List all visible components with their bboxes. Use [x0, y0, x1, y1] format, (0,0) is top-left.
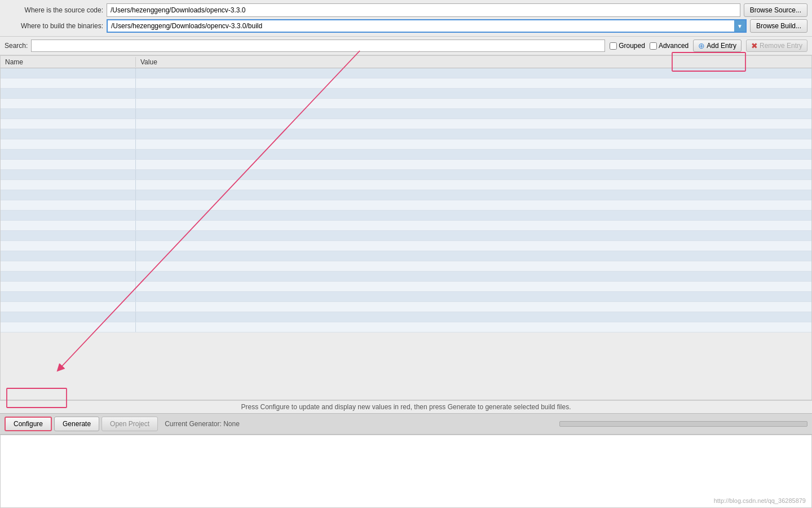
browse-source-button[interactable]: Browse Source...	[744, 3, 807, 17]
table-header-value: Value	[136, 57, 811, 67]
table-cell-name	[1, 211, 136, 220]
table-row[interactable]	[1, 312, 811, 322]
remove-entry-button[interactable]: ✖ Remove Entry	[746, 40, 807, 52]
build-path-input[interactable]	[107, 19, 734, 33]
open-project-button[interactable]: Open Project	[102, 417, 158, 431]
table-section: Name Value	[0, 55, 812, 400]
table-cell-value	[136, 271, 811, 281]
main-container: Where is the source code: Browse Source.…	[0, 0, 812, 508]
table-cell-value	[136, 312, 811, 322]
table-cell-name	[1, 78, 136, 88]
current-generator-text: Current Generator: None	[165, 420, 240, 428]
table-row[interactable]	[1, 139, 811, 150]
table-row[interactable]	[1, 89, 811, 99]
search-section: Search: Grouped Advanced ⊕ Add Entry ✖ R…	[0, 37, 812, 55]
search-label: Search:	[5, 42, 28, 50]
table-cell-value	[136, 150, 811, 159]
table-cell-value	[136, 251, 811, 261]
table-cell-name	[1, 139, 136, 149]
table-cell-value	[136, 170, 811, 179]
table-row[interactable]	[1, 302, 811, 312]
table-cell-name	[1, 312, 136, 322]
output-area: http://blog.csdn.net/qq_36285879	[0, 435, 812, 508]
table-row[interactable]	[1, 200, 811, 211]
grouped-checkbox-label[interactable]: Grouped	[610, 42, 645, 50]
table-row[interactable]	[1, 261, 811, 271]
table-row[interactable]	[1, 119, 811, 129]
table-cell-value	[136, 109, 811, 119]
table-cell-name	[1, 180, 136, 190]
table-cell-name	[1, 322, 136, 332]
table-row[interactable]	[1, 180, 811, 190]
table-cell-name	[1, 271, 136, 281]
add-entry-button[interactable]: ⊕ Add Entry	[693, 40, 742, 52]
browse-build-button[interactable]: Browse Build...	[750, 19, 807, 33]
table-row[interactable]	[1, 160, 811, 170]
table-cell-name	[1, 190, 136, 200]
generate-button[interactable]: Generate	[54, 417, 99, 431]
table-cell-name	[1, 231, 136, 240]
table-cell-value	[136, 180, 811, 190]
table-cell-value	[136, 190, 811, 200]
table-cell-name	[1, 150, 136, 159]
table-cell-name	[1, 251, 136, 261]
advanced-checkbox-label[interactable]: Advanced	[650, 42, 689, 50]
table-row[interactable]	[1, 231, 811, 241]
build-path-label: Where to build the binaries:	[5, 22, 103, 30]
table-cell-value	[136, 292, 811, 301]
table-cell-name	[1, 119, 136, 129]
table-row[interactable]	[1, 211, 811, 221]
grouped-checkbox[interactable]	[610, 42, 617, 50]
table-cell-value	[136, 99, 811, 108]
table-row[interactable]	[1, 129, 811, 139]
remove-entry-label: Remove Entry	[760, 42, 802, 50]
add-icon: ⊕	[698, 42, 705, 50]
build-path-dropdown-button[interactable]: ▼	[734, 19, 747, 33]
table-cell-name	[1, 241, 136, 251]
build-path-row: Where to build the binaries: ▼ Browse Bu…	[5, 19, 807, 33]
table-row[interactable]	[1, 251, 811, 261]
table-cell-value	[136, 211, 811, 220]
table-cell-name	[1, 129, 136, 139]
grouped-label: Grouped	[619, 42, 645, 50]
advanced-checkbox[interactable]	[650, 42, 657, 50]
path-section: Where is the source code: Browse Source.…	[0, 0, 812, 37]
table-cell-value	[136, 200, 811, 210]
source-path-row: Where is the source code: Browse Source.…	[5, 3, 807, 17]
table-cell-value	[136, 68, 811, 78]
remove-icon: ✖	[751, 42, 758, 50]
table-row[interactable]	[1, 221, 811, 231]
search-options: Grouped Advanced ⊕ Add Entry ✖ Remove En…	[610, 40, 807, 52]
table-cell-name	[1, 68, 136, 78]
table-cell-value	[136, 241, 811, 251]
table-cell-value	[136, 129, 811, 139]
table-row[interactable]	[1, 292, 811, 302]
table-cell-value	[136, 261, 811, 271]
table-row[interactable]	[1, 271, 811, 282]
table-cell-name	[1, 292, 136, 301]
table-row[interactable]	[1, 68, 811, 78]
table-row[interactable]	[1, 109, 811, 119]
table-row[interactable]	[1, 78, 811, 89]
table-cell-name	[1, 302, 136, 312]
watermark-text: http://blog.csdn.net/qq_36285879	[714, 497, 806, 504]
table-cell-value	[136, 89, 811, 98]
status-text: Press Configure to update and display ne…	[241, 403, 571, 411]
table-row[interactable]	[1, 99, 811, 109]
table-cell-name	[1, 282, 136, 291]
table-cell-name	[1, 221, 136, 230]
table-row[interactable]	[1, 322, 811, 332]
table-row[interactable]	[1, 170, 811, 180]
table-cell-value	[136, 160, 811, 169]
table-row[interactable]	[1, 241, 811, 251]
table-row[interactable]	[1, 150, 811, 160]
table-header-name: Name	[1, 57, 136, 67]
table-cell-name	[1, 170, 136, 179]
source-path-input[interactable]	[107, 3, 740, 17]
table-cell-value	[136, 302, 811, 312]
search-input[interactable]	[31, 40, 605, 52]
configure-button[interactable]: Configure	[5, 417, 52, 431]
table-row[interactable]	[1, 190, 811, 200]
table-cell-name	[1, 99, 136, 108]
table-row[interactable]	[1, 282, 811, 292]
